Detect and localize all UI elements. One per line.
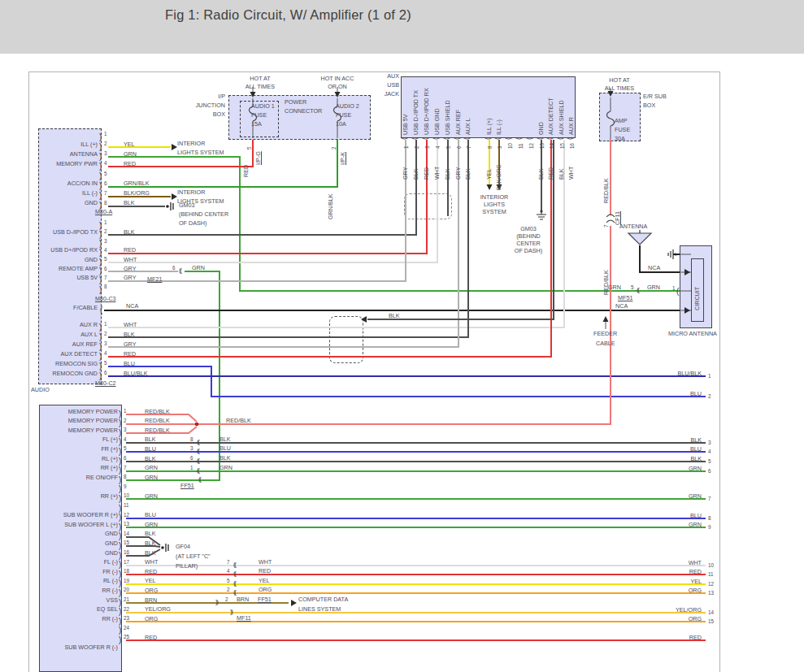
pin-bracket: ) — [99, 275, 102, 285]
pin-bracket: ) — [119, 522, 121, 532]
connector-m80-c3-label: M80-C3 — [95, 296, 116, 302]
label: LINES SYSTEM — [298, 606, 341, 613]
pin-number: 20 — [124, 587, 129, 592]
pin-bracket: ) — [119, 531, 121, 541]
pin-bracket: ) — [119, 466, 121, 475]
wire-color-label: BLK — [145, 456, 156, 462]
jack-pin-bump: ) — [463, 137, 472, 140]
jack-pin-label-aux-shield: AUX SHIELD — [558, 100, 565, 135]
pin-number: 16 — [124, 549, 129, 555]
label: 15A — [251, 121, 262, 128]
pin-number: 25 — [124, 634, 129, 639]
jack-pin-bump: ) — [557, 137, 565, 140]
label: RED — [259, 568, 271, 574]
pin-label-re-on-off: RE ON/OFF — [37, 475, 118, 481]
pin-label-gnd: GND — [41, 200, 98, 206]
pin-number: 5 — [104, 360, 107, 366]
label: GRN — [647, 284, 660, 291]
pin-number: 8 — [104, 200, 107, 206]
label: OF DASH) — [179, 220, 206, 227]
pin-number: 2 — [124, 418, 127, 423]
edge-wire-number: 14 — [708, 609, 714, 615]
jack-pin-label-ill-: ILL (+) — [486, 118, 493, 135]
pin-number: 1 — [104, 219, 107, 225]
pin-bracket: ) — [119, 494, 121, 504]
pin-bracket: ) — [119, 410, 121, 419]
edge-wire-label: YEL — [661, 579, 702, 585]
edge-wire-number: 12 — [708, 581, 714, 587]
pin-label-usb-d-ipod-tx: USB D-/IPOD TX — [41, 229, 98, 236]
pin-number: 8 — [124, 474, 127, 479]
pin-number: 1 — [104, 321, 107, 327]
pin-label-ill-: ILL (-) — [41, 190, 98, 197]
label: (( — [233, 570, 235, 577]
jack-pin-number: 11 — [518, 143, 524, 149]
jack-pin-bump: ) — [454, 137, 462, 140]
wire-color-label: GRY — [124, 341, 136, 348]
label: ALL TIMES — [589, 85, 650, 92]
pin-bracket: ) — [99, 230, 102, 240]
pin-number: 3 — [124, 427, 127, 432]
pin-bracket: ) — [99, 342, 102, 352]
pin-number: 24 — [124, 625, 129, 631]
label: (( — [179, 267, 180, 274]
pin-label-antenna: ANTENNA — [41, 151, 98, 158]
edge-wire-number: 6 — [708, 468, 711, 474]
pin-label-eq-sel: EQ SEL — [37, 606, 118, 613]
pin-label-aux-ref: AUX REF — [41, 341, 98, 348]
pin-label-gnd: GND — [37, 531, 118, 537]
jack-pin-number: 7 — [466, 145, 472, 149]
label: RED/BLK — [226, 418, 251, 424]
pin-bracket: ) — [119, 588, 121, 598]
wire-color-label: RED — [145, 635, 157, 641]
wire-color-label: YEL/ORG — [145, 606, 171, 613]
jack-pin-label-aux-ref: AUX REF — [455, 110, 462, 135]
connector-ipk-label: I/P-K — [340, 152, 346, 165]
pin-label-gnd: GND — [37, 540, 118, 547]
edge-wire-label: GRN — [661, 493, 702, 500]
wire-color-label: YEL — [486, 168, 493, 180]
pin-bracket: ) — [119, 541, 121, 551]
pin-number: 4 — [104, 160, 107, 166]
jack-pin-label-ill-: ILL (-) — [496, 119, 502, 135]
pin-label-gnd: GND — [41, 257, 98, 263]
pin-bracket: ) — [119, 504, 121, 514]
wire-color-label: BLK/ORG — [496, 164, 502, 190]
pin-bracket: ) — [119, 457, 121, 466]
connector-mf51-label: MF51 — [618, 295, 632, 301]
wire-color-label: BLK — [145, 540, 156, 547]
pin-label-aux-detect: AUX DETECT — [41, 351, 98, 358]
pin-bracket: ) — [99, 362, 102, 371]
jack-pin-label-usb-gnd: USB GND — [434, 108, 441, 135]
label: )) — [215, 598, 217, 605]
label: 4 — [227, 568, 230, 574]
jack-pin-number: 14 — [549, 143, 554, 149]
pin-label-vss: VSS — [37, 597, 118, 604]
edge-wire-label: ORG — [661, 587, 702, 594]
wire-color-label: BLK — [465, 168, 472, 180]
jack-pin-label-aux-r: AUX R — [568, 117, 575, 135]
pin-label-remocon-sig: REMOCON SIG — [41, 361, 98, 367]
feeder-cable-label: FEEDER — [593, 331, 617, 337]
jack-pin-number: 8 — [487, 145, 493, 149]
label: 2 — [227, 587, 230, 592]
edge-wire-number: 15 — [708, 618, 714, 624]
power-connector-label: POWER — [285, 99, 306, 106]
jack-pin-number: 1 — [403, 145, 409, 149]
pin-bracket: ) — [119, 418, 121, 428]
pin-bracket: ) — [99, 323, 102, 332]
pin-label-acc-on-in: ACC/ON IN — [41, 180, 98, 187]
pin-number: 5 — [104, 171, 107, 176]
jack-pin-label-usb-d-ipod-tx: USB D-/IPOD TX — [413, 90, 419, 135]
pin-label-memory-power: MEMORY POWER — [37, 427, 118, 434]
pin-bracket: ) — [119, 626, 121, 635]
edge-wire-number: 7 — [708, 496, 711, 501]
label: JUNCTION — [193, 102, 225, 109]
label: (( — [198, 475, 200, 483]
label: 30A — [615, 136, 625, 142]
label: 8 — [190, 436, 193, 442]
pin-label-memory-power: MEMORY POWER — [37, 409, 118, 415]
connector-ipg-label: I/P-G — [255, 151, 262, 165]
jack-pin-bump: ) — [443, 137, 451, 140]
jack-pin-number: 10 — [507, 143, 513, 149]
